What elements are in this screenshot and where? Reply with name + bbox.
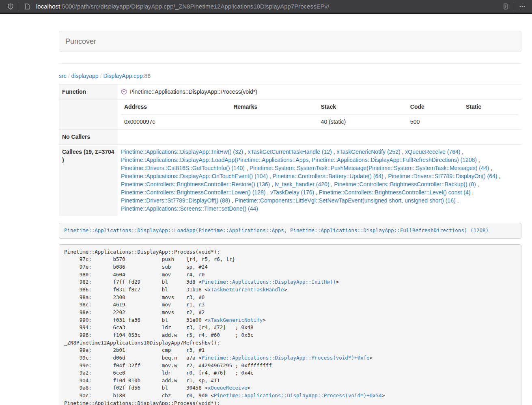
asm-symbol-link[interactable]: Pinetime::Applications::DisplayApp::Proc… [202,355,370,361]
asm-symbol-link[interactable]: xTaskGetCurrentTaskHandle [208,287,284,293]
stack-value: 40 (static) [318,114,407,129]
callee-link[interactable]: Pinetime::Drivers::St7789::DisplayOn() (… [388,173,497,179]
callee-link[interactable]: Pinetime::Controllers::Battery::Update()… [273,173,383,179]
table-row: Address Remarks Stack Code Static 0x0000… [59,99,521,129]
chrome-separator [514,2,514,11]
remarks-value [230,114,317,129]
column-header-static: Static [463,99,518,114]
callees-label: Callees (19, Σ=3704 ) [59,144,118,216]
reader-view-icon[interactable] [500,1,511,12]
menu-dots-icon[interactable] [517,1,528,12]
breadcrumb: src/displayapp/DisplayApp.cpp:86 [59,73,521,79]
function-info-table: Function Pinetime::Applications::Display… [59,84,521,216]
asm-symbol-link[interactable]: xQueueReceive [208,385,248,391]
url-host: localhost [36,3,60,10]
callee-link[interactable]: Pinetime::Applications::Screens::Timer::… [121,205,258,212]
callee-link[interactable]: Pinetime::Components::LittleVgl::SetNewT… [235,197,456,204]
breadcrumb-link-file[interactable]: DisplayApp.cpp [103,73,142,79]
disassembly-box: Pinetime::Applications::DisplayApp::Proc… [59,244,521,405]
breadcrumb-line-number: :86 [143,73,151,79]
callee-link[interactable]: Pinetime::Drivers::St7789::DisplayOff() … [121,197,230,204]
callee-link[interactable]: xTaskGenericNotify (252) [336,149,400,155]
callee-link[interactable]: Pinetime::Applications::DisplayApp::OnTo… [121,173,268,179]
table-row: 0x0000097c 40 (static) 500 [121,114,518,129]
column-header-stack: Stack [318,99,407,114]
column-header-remarks: Remarks [230,99,317,114]
table-row: Function Pinetime::Applications::Display… [59,84,521,99]
table-row: No Callers [59,129,521,144]
brand-link[interactable]: Puncover [59,31,102,52]
asm-symbol-link[interactable]: xTaskGenericNotify [208,317,263,323]
address-value: 0x0000097c [121,114,230,129]
assembly-code: Pinetime::Applications::DisplayApp::Proc… [64,249,385,405]
callee-link[interactable]: Pinetime::Drivers::Cst816S::GetTouchInfo… [121,165,245,171]
callee-link[interactable]: Pinetime::System::SystemTask::PushMessag… [250,165,489,171]
load-app-symbol-link[interactable]: Pinetime::Applications::DisplayApp::Load… [64,227,489,233]
navbar: Puncover [59,31,521,52]
callee-link[interactable]: Pinetime::Controllers::BrightnessControl… [334,181,476,187]
static-value [463,114,518,129]
function-cube-icon [121,88,127,95]
page-container: Puncover src/displayapp/DisplayApp.cpp:8… [59,14,521,405]
url-path: :5000/path/src/displayapp/DisplayApp.cpp… [60,3,329,10]
callee-link[interactable]: vTaskDelay (176) [270,189,314,196]
callee-link[interactable]: Pinetime::Controllers::BrightnessControl… [121,189,265,196]
asm-symbol-link[interactable]: Pinetime::Applications::DisplayApp::Init… [202,279,336,285]
no-callers-label: No Callers [59,129,118,144]
callee-link[interactable]: xQueueReceive (764) [405,149,460,155]
breadcrumb-link-src[interactable]: src [59,73,67,79]
asm-symbol-link[interactable]: Pinetime::Applications::DisplayApp::Proc… [214,392,382,399]
shield-icon[interactable] [5,1,16,12]
callee-link[interactable]: lv_task_handler (420) [275,181,330,187]
function-name: Pinetime::Applications::DisplayApp::Proc… [129,88,257,96]
table-row: Callees (19, Σ=3704 ) Pinetime::Applicat… [59,144,521,216]
callee-link[interactable]: Pinetime::Applications::DisplayApp::Init… [121,149,243,155]
column-header-code: Code [407,99,463,114]
breadcrumb-link-displayapp[interactable]: displayapp [71,73,99,79]
empty-row-header [59,99,118,129]
code-size-value: 500 [407,114,463,129]
callee-link[interactable]: xTaskGetCurrentTaskHandle (12) [248,149,332,155]
chrome-separator [19,2,19,11]
page-icon[interactable] [22,1,33,12]
divider [59,63,521,64]
breadcrumb-separator: / [67,73,71,79]
url-text[interactable]: localhost:5000/path/src/displayapp/Displ… [36,3,500,10]
callee-link[interactable]: Pinetime::Controllers::BrightnessControl… [319,189,470,196]
callee-link[interactable]: Pinetime::Controllers::BrightnessControl… [121,181,270,187]
load-app-symbol-box: Pinetime::Applications::DisplayApp::Load… [59,223,521,239]
function-row-label: Function [59,84,118,99]
column-header-address: Address [121,99,230,114]
callee-link[interactable]: Pinetime::Applications::DisplayApp::Load… [121,157,477,163]
address-table: Address Remarks Stack Code Static 0x0000… [121,99,518,129]
browser-url-bar[interactable]: localhost:5000/path/src/displayapp/Displ… [0,0,532,14]
callees-list: Pinetime::Applications::DisplayApp::Init… [118,144,521,216]
breadcrumb-separator: / [99,73,103,79]
no-callers-cell [118,129,521,144]
